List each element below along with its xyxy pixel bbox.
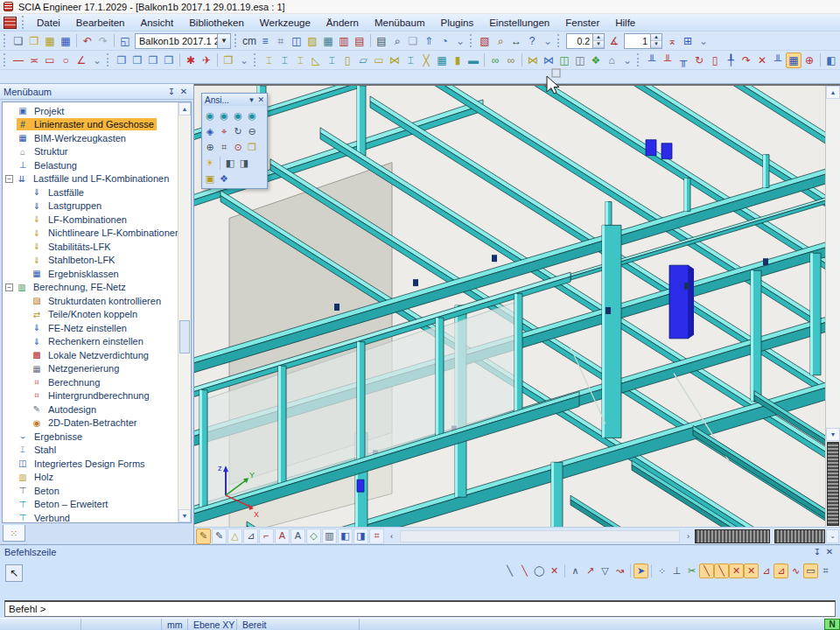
numbering-icon[interactable]: ⊞ xyxy=(680,33,696,49)
move-fly-icon[interactable]: ✈ xyxy=(199,52,214,68)
menu-item-einstellungen[interactable]: Einstellungen xyxy=(481,15,557,31)
haunch-icon[interactable]: ◺ xyxy=(308,52,324,68)
draw-node-icon[interactable]: ≍ xyxy=(26,52,42,68)
view-3d-icon[interactable]: ❖ xyxy=(217,172,231,186)
walk-mode-icon[interactable]: ⌖ xyxy=(217,124,231,138)
beam-member-icon[interactable]: ⌶ xyxy=(261,52,276,68)
tree-item-ergebnisse[interactable]: ⌣Ergebnisse xyxy=(3,430,178,444)
close-icon[interactable]: ✕ xyxy=(823,547,836,558)
snap-endpoint-icon[interactable]: ∧ xyxy=(568,564,583,578)
labels-abc-toggle[interactable]: A xyxy=(275,528,290,544)
scroll-thumb[interactable] xyxy=(179,320,190,354)
support-rotation-icon[interactable]: ↻ xyxy=(691,52,707,68)
tree-item-stahl[interactable]: ⌶Stahl xyxy=(3,444,178,458)
snap-length-icon[interactable]: ▭ xyxy=(803,564,818,578)
tree-item-beton[interactable]: ⊤Beton xyxy=(3,484,178,498)
beam-hinge-icon[interactable]: ↷ xyxy=(738,52,754,68)
tree-item-belastung[interactable]: ⊥Belastung xyxy=(3,158,178,172)
grid-snap-toggle[interactable]: ⌗ xyxy=(369,528,384,544)
snap-orthogonal-icon[interactable]: ✕ xyxy=(744,564,759,578)
snap-midpoint-icon[interactable]: ╲ xyxy=(699,564,714,578)
rigid-arm-icon[interactable]: ▯ xyxy=(707,52,723,68)
tree-item-autodesign[interactable]: ✎Autodesign xyxy=(3,402,178,416)
hscroll-track[interactable] xyxy=(400,530,680,542)
scroll-hatch-thumb[interactable] xyxy=(827,442,839,526)
tree-item-berechnung[interactable]: ⌗Berechnung xyxy=(3,375,178,389)
zoom-in-icon[interactable]: ⊕ xyxy=(203,140,217,154)
overflow-chevron-icon[interactable]: ⌄ xyxy=(89,52,105,68)
mesh-display-toggle[interactable]: ◇ xyxy=(306,528,321,544)
view-side-icon[interactable]: ◉ xyxy=(231,108,245,122)
table-input-icon[interactable]: ▤ xyxy=(352,33,368,49)
scroll-right-icon[interactable]: › xyxy=(682,529,695,543)
command-input[interactable]: Befehl > xyxy=(4,600,836,617)
cross-member-icon[interactable]: ⌶ xyxy=(292,52,308,68)
hscroll-hatch-thumb[interactable] xyxy=(695,529,770,543)
member-2d-icon[interactable]: ▦ xyxy=(434,52,450,68)
cursor-tool-button[interactable]: ↖ xyxy=(5,564,23,582)
panel-icon[interactable]: ▭ xyxy=(371,52,387,68)
light-icon[interactable]: ☀ xyxy=(203,156,217,170)
plate-icon[interactable]: ▱ xyxy=(355,52,371,68)
view-floating-toolbar[interactable]: Ansi... ▼ ✕ ◉◉◉◉◈⌖↻⊖⊕⌗⊙❐☀◧◨▣❖ xyxy=(201,93,268,189)
glasses-view-icon[interactable]: ∞ xyxy=(487,52,503,68)
layers-icon[interactable]: ≡ xyxy=(257,33,273,49)
tree-item-struktur[interactable]: ⌂Struktur xyxy=(3,145,178,159)
save-all-icon[interactable]: ▦ xyxy=(42,33,58,49)
grid-column-icon[interactable]: ⊥ xyxy=(669,564,684,578)
menubaum-tab[interactable]: ⁙ xyxy=(3,525,25,542)
opening-icon[interactable]: ▯ xyxy=(340,52,355,68)
array-icon[interactable]: ◫ xyxy=(572,52,588,68)
tree-item-projekt[interactable]: ▣Projekt xyxy=(3,104,178,118)
tree-item-beton-erweitert[interactable]: ⊤Beton – Erweitert xyxy=(3,498,178,512)
doc-pen-toggle[interactable]: ✎ xyxy=(212,528,227,544)
scroll-down-icon[interactable]: ▼ xyxy=(178,509,191,522)
toolbar-grip[interactable] xyxy=(22,16,26,29)
tree-item-hintergrundberechnung[interactable]: ⌗Hintergrundberechnung xyxy=(3,389,178,403)
toolbar-grip[interactable] xyxy=(470,34,474,47)
pin-icon[interactable]: ↧ xyxy=(165,86,178,97)
overflow-chevron-icon[interactable]: ⌄ xyxy=(452,33,468,49)
tree-item-2d-daten-betrachter[interactable]: ◉2D-Daten-Betrachter xyxy=(3,416,178,430)
dimension-icon[interactable]: ↔ xyxy=(508,33,524,49)
viewport-corner-button[interactable]: ⌄ xyxy=(826,529,839,543)
tree-item-holz[interactable]: ▥Holz xyxy=(3,471,178,485)
spin-up-icon[interactable]: ▲ xyxy=(593,34,604,41)
close-icon[interactable]: ✕ xyxy=(178,86,190,97)
weld-icon[interactable]: ⋈ xyxy=(525,52,541,68)
measure-icon[interactable]: ⌂ xyxy=(604,52,620,68)
zoom-selection-icon[interactable]: ⊙ xyxy=(231,140,245,154)
scroll-down-icon[interactable]: ▼ xyxy=(826,428,840,441)
units-icon[interactable]: cm xyxy=(242,33,257,49)
view-top-icon[interactable]: ◉ xyxy=(203,108,217,122)
snap-tangent-icon[interactable]: ⊿ xyxy=(774,564,788,578)
scroll-track[interactable] xyxy=(178,116,191,509)
wireframe-mode-icon[interactable]: ◧ xyxy=(223,156,237,170)
tree-item-netzgenerierung[interactable]: ▦Netzgenerierung xyxy=(3,362,178,376)
tree-item-fe-netz-einstellen[interactable]: ⇓FE-Netz einstellen xyxy=(3,321,178,335)
select-line-end-icon[interactable]: ╲ xyxy=(517,564,532,578)
tree-item-verbund[interactable]: ⊤Verbund xyxy=(3,511,178,522)
scroll-track[interactable] xyxy=(826,99,840,428)
copy-multi-icon[interactable]: ❐ xyxy=(130,52,145,68)
view-front-icon[interactable]: ◉ xyxy=(217,108,231,122)
menu-item-menübaum[interactable]: Menübaum xyxy=(367,15,433,31)
tree-item-integriertes-design-forms[interactable]: ◫Integriertes Design Forms xyxy=(3,457,178,471)
paste-icon[interactable]: ❐ xyxy=(145,52,161,68)
zoom-out-icon[interactable]: ⊖ xyxy=(245,124,259,138)
new-project-icon[interactable]: ❏ xyxy=(10,33,26,49)
shaded-mode-icon[interactable]: ◨ xyxy=(237,156,251,170)
toolbar-grip[interactable] xyxy=(637,53,641,66)
menu-item-bearbeiten[interactable]: Bearbeiten xyxy=(68,15,133,31)
export-icon[interactable]: ⇑ xyxy=(421,33,437,49)
tree-item-nichtlineare-lf-kombinationen[interactable]: ⇓Nichtlineare LF-Kombinationen xyxy=(3,227,178,241)
print-view-icon[interactable]: ❐ xyxy=(245,140,259,154)
3d-model-view[interactable]: z Y X xyxy=(194,86,825,527)
tree-item-lastfälle-und-lf-kombinationen[interactable]: −⇊Lastfälle und LF-Kombinationen xyxy=(3,172,178,186)
draw-circle-icon[interactable]: ○ xyxy=(58,52,74,68)
selection-off-icon[interactable]: ✕ xyxy=(547,564,562,578)
menu-item-werkzeuge[interactable]: Werkzeuge xyxy=(252,15,318,31)
collapse-box[interactable]: − xyxy=(5,175,13,183)
document-icon[interactable]: ❏ xyxy=(405,33,421,49)
redo-icon[interactable]: ↷ xyxy=(95,33,111,49)
